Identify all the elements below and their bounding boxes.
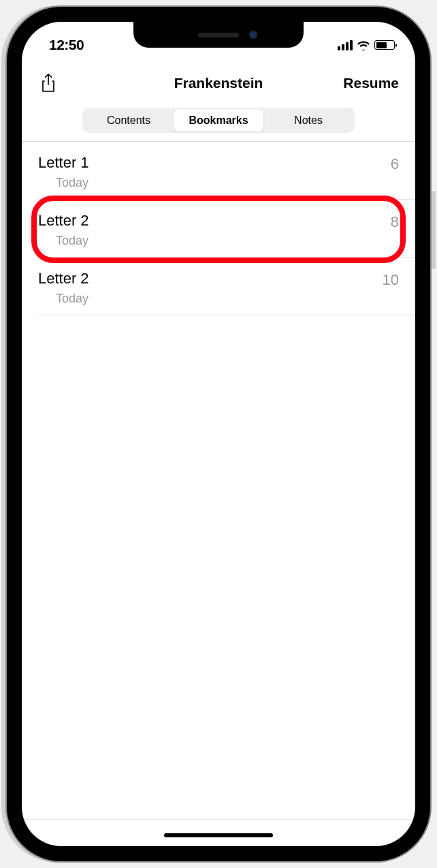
volume-up — [1, 186, 5, 237]
bookmark-page: 6 — [391, 155, 399, 173]
share-icon — [38, 73, 59, 93]
share-button[interactable] — [38, 73, 59, 93]
resume-button[interactable]: Resume — [343, 75, 399, 91]
status-indicators — [338, 40, 395, 50]
nav-bar: Frankenstein Resume — [22, 64, 415, 102]
bookmark-row[interactable]: Letter 2 10 Today — [22, 258, 415, 315]
row-divider — [38, 315, 415, 315]
home-indicator[interactable] — [164, 833, 273, 837]
tab-contents[interactable]: Contents — [84, 109, 174, 131]
bookmark-title: Letter 2 — [38, 212, 399, 230]
bookmark-date: Today — [56, 176, 399, 190]
bookmark-title: Letter 2 — [38, 270, 399, 288]
bookmark-date: Today — [56, 234, 399, 248]
tab-notes[interactable]: Notes — [263, 109, 353, 131]
bookmarks-list: Letter 1 6 Today Letter 2 8 Today Letter… — [22, 142, 415, 315]
battery-icon — [374, 40, 395, 50]
segmented-control: Contents Bookmarks Notes — [82, 108, 355, 133]
wifi-icon — [357, 40, 370, 50]
bookmark-page: 10 — [383, 271, 399, 289]
front-camera — [249, 31, 257, 39]
bookmark-row[interactable]: Letter 1 6 Today — [22, 142, 415, 200]
device-frame: 12:50 Frankenstei — [7, 7, 430, 861]
bookmark-page: 8 — [391, 213, 399, 231]
home-indicator-area — [22, 819, 415, 846]
mute-switch — [1, 140, 5, 167]
side-buttons-left — [1, 140, 5, 307]
bookmark-date: Today — [56, 292, 399, 306]
speaker — [198, 33, 239, 37]
side-buttons-right — [432, 191, 436, 269]
volume-down — [1, 256, 5, 307]
page-title: Frankenstein — [174, 75, 263, 91]
cellular-signal-icon — [338, 40, 353, 50]
bookmark-title: Letter 1 — [38, 154, 399, 172]
bookmark-row[interactable]: Letter 2 8 Today — [22, 200, 415, 258]
power-button — [432, 191, 436, 269]
notch — [133, 22, 304, 48]
status-time: 12:50 — [49, 37, 84, 53]
tab-bookmarks[interactable]: Bookmarks — [174, 109, 263, 131]
screen: 12:50 Frankenstei — [22, 22, 415, 846]
